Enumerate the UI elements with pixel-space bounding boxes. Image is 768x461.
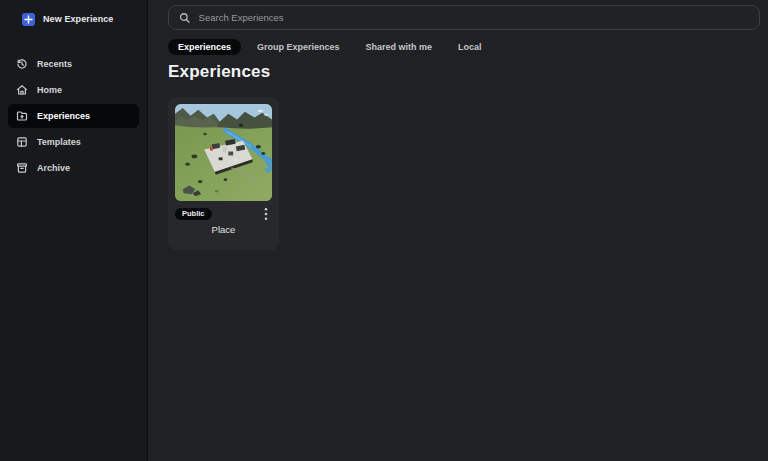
page-title: Experiences [168, 62, 760, 82]
history-icon [16, 58, 28, 70]
sidebar-item-label: Archive [37, 163, 70, 173]
sidebar-item-label: Home [37, 85, 62, 95]
new-experience-label: New Experience [43, 14, 113, 24]
experience-grid: Public Place [168, 97, 760, 250]
sidebar-item-experiences[interactable]: Experiences [8, 104, 139, 128]
kebab-menu-icon[interactable] [260, 207, 272, 221]
filter-tabs: Experiences Group Experiences Shared wit… [168, 38, 760, 55]
experience-thumbnail[interactable] [175, 104, 272, 201]
search-input[interactable] [199, 12, 749, 23]
sidebar-item-templates[interactable]: Templates [8, 130, 139, 154]
search-bar[interactable] [168, 5, 760, 30]
plus-icon [22, 13, 35, 26]
main-content: Experiences Group Experiences Shared wit… [148, 0, 768, 461]
sidebar-item-label: Templates [37, 137, 81, 147]
tab-experiences[interactable]: Experiences [168, 39, 241, 55]
templates-icon [16, 136, 28, 148]
experience-card[interactable]: Public Place [168, 97, 279, 250]
sidebar-item-home[interactable]: Home [8, 78, 139, 102]
experiences-folder-icon [16, 110, 28, 122]
status-badge: Public [175, 208, 212, 221]
search-icon [179, 12, 191, 24]
archive-icon [16, 162, 28, 174]
experience-title: Place [175, 224, 272, 235]
sidebar-item-archive[interactable]: Archive [8, 156, 139, 180]
new-experience-button[interactable]: New Experience [0, 8, 147, 30]
card-meta-row: Public [175, 207, 272, 221]
sidebar-nav: Recents Home Experiences Templates [0, 52, 147, 180]
sidebar: New Experience Recents Home Exper [0, 0, 148, 461]
sidebar-item-label: Experiences [37, 111, 90, 121]
tab-group-experiences[interactable]: Group Experiences [247, 39, 350, 55]
tab-local[interactable]: Local [448, 39, 492, 55]
sidebar-item-recents[interactable]: Recents [8, 52, 139, 76]
sidebar-item-label: Recents [37, 59, 72, 69]
home-icon [16, 84, 28, 96]
tab-shared-with-me[interactable]: Shared with me [356, 39, 443, 55]
